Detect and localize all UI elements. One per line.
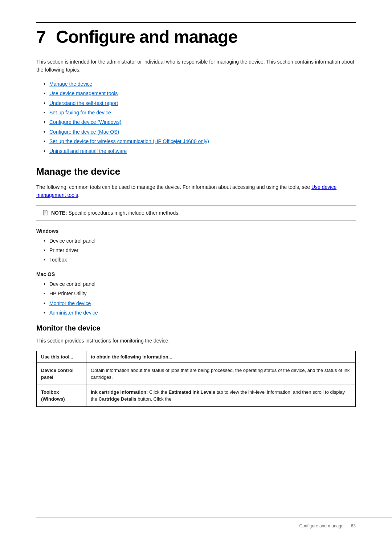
- list-item: Printer driver: [44, 246, 356, 254]
- bold-label: Ink cartridge information:: [91, 389, 148, 395]
- list-item: Use device management tools: [44, 89, 356, 97]
- manage-intro-suffix: .: [78, 192, 79, 198]
- col2-header: to obtain the following information...: [86, 351, 355, 363]
- footer-chapter: Configure and manage: [299, 523, 344, 528]
- manage-section-heading: Manage the device: [36, 166, 356, 177]
- bold-tab: Estimated Ink Levels: [168, 389, 215, 395]
- item-label: HP Printer Utility: [49, 291, 86, 296]
- note-icon: 📋: [42, 210, 48, 215]
- bold-button: Cartridge Details: [99, 396, 136, 402]
- tool-cell: Device control panel: [37, 363, 86, 385]
- footer-text: Configure and manage 63: [299, 523, 356, 528]
- toc-link-wireless[interactable]: Set up the device for wireless communica…: [49, 138, 209, 144]
- toc-link-windows[interactable]: Configure the device (Windows): [49, 119, 121, 125]
- note-box: 📋 NOTE: Specific procedures might includ…: [36, 205, 356, 221]
- monitor-link[interactable]: Monitor the device: [49, 300, 91, 306]
- manage-intro-text: The following, common tools can be used …: [36, 183, 356, 199]
- info-text: Ink cartridge information: Click the Est…: [91, 389, 345, 402]
- table-row: Toolbox (Windows) Ink cartridge informat…: [37, 385, 356, 406]
- list-item: Device control panel: [44, 280, 356, 288]
- windows-list: Device control panel Printer driver Tool…: [44, 237, 356, 264]
- intro-paragraph: This section is intended for the adminis…: [36, 58, 356, 74]
- chapter-number: 7: [36, 27, 46, 46]
- manage-intro-prefix: The following, common tools can be used …: [36, 184, 311, 190]
- list-item: Toolbox: [44, 256, 356, 264]
- page: 7 Configure and manage This section is i…: [0, 0, 392, 543]
- list-item: Set up the device for wireless communica…: [44, 137, 356, 145]
- monitor-section-heading: Monitor the device: [36, 324, 356, 332]
- chapter-title: 7 Configure and manage: [36, 27, 356, 47]
- col1-header: Use this tool...: [37, 351, 86, 363]
- macos-list: Device control panel HP Printer Utility …: [44, 280, 356, 317]
- macos-heading: Mac OS: [36, 271, 356, 277]
- toc-link-manage[interactable]: Manage the device: [49, 81, 92, 87]
- info-cell: Obtain information about the status of j…: [86, 363, 355, 385]
- toc-link-selftest[interactable]: Understand the self-test report: [49, 100, 118, 106]
- list-item: Set up faxing for the device: [44, 109, 356, 117]
- monitor-intro: This section provides instructions for m…: [36, 337, 356, 345]
- item-label: Printer driver: [49, 247, 78, 253]
- list-item: Configure the device (Mac OS): [44, 128, 356, 136]
- toc-link-faxing[interactable]: Set up faxing for the device: [49, 110, 111, 116]
- list-item: HP Printer Utility: [44, 289, 356, 297]
- info-text: Obtain information about the status of j…: [91, 368, 350, 380]
- tool-cell: Toolbox (Windows): [37, 385, 86, 406]
- list-item: Monitor the device: [44, 299, 356, 307]
- table-row: Device control panel Obtain information …: [37, 363, 356, 385]
- administer-link[interactable]: Administer the device: [49, 310, 98, 316]
- toc-list: Manage the device Use device management …: [44, 80, 356, 155]
- toc-link-tools[interactable]: Use device management tools: [49, 90, 118, 96]
- toc-link-macos[interactable]: Configure the device (Mac OS): [49, 129, 119, 135]
- list-item: Uninstall and reinstall the software: [44, 147, 356, 155]
- item-label: Device control panel: [49, 238, 95, 244]
- toc-link-uninstall[interactable]: Uninstall and reinstall the software: [49, 148, 127, 154]
- list-item: Manage the device: [44, 80, 356, 88]
- tool-table: Use this tool... to obtain the following…: [36, 351, 356, 407]
- page-footer: Configure and manage 63: [36, 523, 356, 528]
- chapter-title-text: Configure and manage: [56, 27, 237, 46]
- list-item: Administer the device: [44, 309, 356, 317]
- list-item: Understand the self-test report: [44, 99, 356, 107]
- tool-name: Device control panel: [41, 368, 74, 380]
- chapter-header: 7 Configure and manage: [36, 22, 356, 47]
- windows-heading: Windows: [36, 228, 356, 234]
- tool-name: Toolbox (Windows): [41, 389, 65, 402]
- note-body: Specific procedures might include other …: [68, 210, 180, 216]
- list-item: Device control panel: [44, 237, 356, 245]
- note-text: NOTE: Specific procedures might include …: [51, 209, 180, 217]
- list-item: Configure the device (Windows): [44, 118, 356, 126]
- footer-separator: [36, 517, 392, 518]
- note-label: NOTE:: [51, 210, 67, 216]
- item-label: Toolbox: [49, 257, 67, 263]
- table-header-row: Use this tool... to obtain the following…: [37, 351, 356, 363]
- info-cell: Ink cartridge information: Click the Est…: [86, 385, 355, 406]
- item-label: Device control panel: [49, 281, 95, 287]
- footer-page-number: 63: [351, 523, 356, 528]
